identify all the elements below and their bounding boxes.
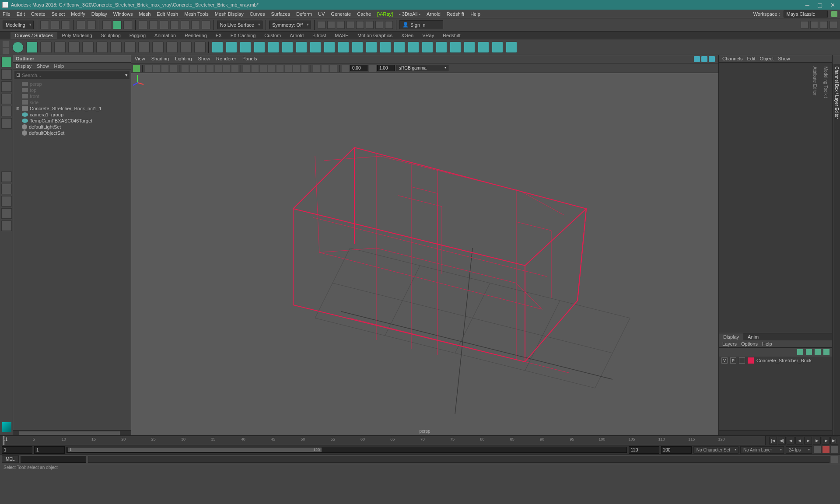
shaded-icon[interactable] <box>252 65 259 72</box>
outliner-item-side[interactable]: side <box>14 99 130 105</box>
set-key-icon[interactable] <box>822 446 830 453</box>
tab-modeling-toolkit[interactable]: Modeling Toolkit <box>822 64 829 435</box>
lasso-tool[interactable] <box>1 69 12 80</box>
layer-move-up-icon[interactable] <box>797 349 803 355</box>
snap-grid-icon[interactable] <box>139 21 147 29</box>
anim-start-input[interactable] <box>2 446 32 454</box>
tab-attribute-editor[interactable]: Attribute Editor <box>812 64 818 435</box>
select-mode-icon[interactable] <box>102 21 111 29</box>
outliner-item-objectset[interactable]: defaultObjectSet <box>14 130 130 136</box>
outliner-menu-show[interactable]: Show <box>37 63 49 69</box>
layout-single-pane[interactable] <box>1 172 12 182</box>
shelf-tab-fxcaching[interactable]: FX Caching <box>226 32 260 39</box>
boundary-icon[interactable] <box>366 42 377 53</box>
shelf-tab-rigging[interactable]: Rigging <box>125 32 150 39</box>
character-set-dropdown[interactable]: No Character Set <box>693 446 738 454</box>
birail-icon[interactable] <box>352 42 363 53</box>
vp-menu-renderer[interactable]: Renderer <box>216 56 236 62</box>
sculpt-srf-icon[interactable] <box>506 42 517 53</box>
shelf-tab-xgen[interactable]: XGen <box>397 32 418 39</box>
cb-menu-channels[interactable]: Channels <box>722 56 742 61</box>
vp-gear-icon[interactable] <box>701 56 707 62</box>
aa-icon[interactable] <box>301 65 308 72</box>
vp-menu-show[interactable]: Show <box>198 56 210 62</box>
prefs-icon[interactable] <box>831 446 838 453</box>
menu-redshift[interactable]: Redshift <box>447 11 464 17</box>
shelf-tab-animation[interactable]: Animation <box>150 32 180 39</box>
cmd-language-label[interactable]: MEL <box>2 455 19 463</box>
undo-icon[interactable] <box>77 21 85 29</box>
outliner-item-concrete[interactable]: ⊞Concrete_Stretcher_Brick_ncl1_1 <box>14 105 130 112</box>
fps-dropdown[interactable]: 24 fps <box>786 446 812 454</box>
search-dropdown-icon[interactable]: ▾ <box>125 72 128 78</box>
snap-toggle-icon[interactable] <box>202 21 210 29</box>
grid-icon[interactable] <box>182 65 189 72</box>
step-back-button[interactable]: ◀ <box>787 437 794 444</box>
layout-graph-icon[interactable] <box>830 21 837 29</box>
menu-surfaces[interactable]: Surfaces <box>271 11 290 17</box>
menu-display[interactable]: Display <box>91 11 107 17</box>
offset-curve-icon[interactable] <box>152 42 164 53</box>
nurbs-circle-icon[interactable] <box>12 42 24 53</box>
textured-icon[interactable] <box>260 65 267 72</box>
step-back-key-button[interactable]: ◀| <box>778 437 786 444</box>
extrude-icon[interactable] <box>338 42 349 53</box>
menu-file[interactable]: File <box>3 11 10 17</box>
save-scene-icon[interactable] <box>61 21 70 29</box>
resolution-gate-icon[interactable] <box>198 65 205 72</box>
shelf-menu-icon[interactable] <box>3 41 9 47</box>
outliner-scrollbar[interactable] <box>13 430 131 435</box>
menu-edit[interactable]: Edit <box>17 11 25 17</box>
play-back-button[interactable]: ◀ <box>795 437 803 444</box>
playback-end-input[interactable] <box>629 446 659 454</box>
nurbs-torus-icon[interactable] <box>282 42 293 53</box>
menu-cache[interactable]: Cache <box>357 11 371 17</box>
wireframe-icon[interactable] <box>243 65 250 72</box>
shelf-gear-icon[interactable] <box>3 48 9 54</box>
shelf-tab-poly[interactable]: Poly Modeling <box>57 32 96 39</box>
exposure-value[interactable] <box>350 65 368 71</box>
rotate-tool[interactable] <box>1 106 12 116</box>
menu-generate[interactable]: Generate <box>331 11 351 17</box>
image-plane-icon[interactable] <box>153 65 160 72</box>
ep-curve-icon[interactable] <box>40 42 52 53</box>
shelf-tab-fx[interactable]: FX <box>211 32 226 39</box>
shelf-tab-motiongfx[interactable]: Motion Graphics <box>353 32 397 39</box>
layer-playback-toggle[interactable]: P <box>730 357 736 364</box>
outliner-search[interactable]: ⊞ ▾ <box>14 71 130 79</box>
shelf-tab-sculpt[interactable]: Sculpting <box>97 32 125 39</box>
detach-srf-icon[interactable] <box>464 42 475 53</box>
go-end-button[interactable]: ▶| <box>830 437 838 444</box>
vp-menu-view[interactable]: View <box>135 56 145 62</box>
open-scene-icon[interactable] <box>51 21 60 29</box>
layer-tab-anim[interactable]: Anim <box>743 333 763 340</box>
menu-mesh-tools[interactable]: Mesh Tools <box>184 11 208 17</box>
time-slider[interactable]: 1510152025303540455055606570758085909510… <box>2 436 766 445</box>
snap-curve-icon[interactable] <box>149 21 158 29</box>
live-surface-dropdown[interactable]: No Live Surface <box>217 21 262 29</box>
menu-edit-mesh[interactable]: Edit Mesh <box>157 11 178 17</box>
history-inputs-icon[interactable] <box>318 21 326 29</box>
layout-single-icon[interactable] <box>801 21 808 29</box>
maximize-button[interactable]: ▢ <box>817 2 822 8</box>
snap-point-icon[interactable] <box>160 21 168 29</box>
nurbs-square-icon[interactable] <box>26 42 38 53</box>
layout-outliner-icon[interactable] <box>820 21 828 29</box>
select-highlight-icon[interactable] <box>113 21 122 29</box>
new-scene-icon[interactable] <box>40 21 49 29</box>
menu-3dtoall[interactable]: - 3DtoAll - <box>399 11 420 17</box>
isolate-icon[interactable] <box>313 65 320 72</box>
script-editor-icon[interactable] <box>831 456 838 463</box>
snap-plane-icon[interactable] <box>170 21 179 29</box>
outliner-item-top[interactable]: top <box>14 87 130 93</box>
reverse-curve-icon[interactable] <box>194 42 206 53</box>
menu-arnold[interactable]: Arnold <box>427 11 441 17</box>
menu-set-dropdown[interactable]: Modeling <box>3 21 34 29</box>
detach-curve-icon[interactable] <box>124 42 136 53</box>
layer-display-type[interactable] <box>739 357 745 364</box>
menu-windows[interactable]: Windows <box>113 11 133 17</box>
bevel-icon[interactable] <box>380 42 391 53</box>
loft-icon[interactable] <box>310 42 321 53</box>
minimize-button[interactable]: ─ <box>805 2 809 8</box>
shelf-tab-vray[interactable]: VRay <box>418 32 438 39</box>
